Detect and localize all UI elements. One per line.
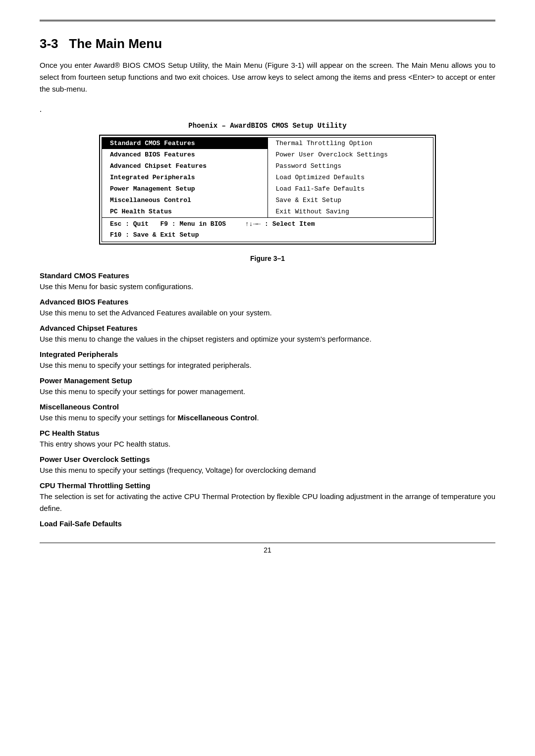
dot-spacer: . — [40, 105, 495, 114]
desc-text-standard-cmos: Use this Menu for basic system configura… — [40, 281, 495, 293]
section-number: 3-3 — [40, 36, 58, 51]
bios-table-section: Phoenix – AwardBIOS CMOS Setup Utility S… — [40, 122, 495, 245]
bios-footer-row-2: F10 : Save & Exit Setup — [102, 230, 433, 242]
bios-menu-row-3: Advanced Chipset Features Password Setti… — [102, 160, 433, 172]
bios-cell-right-1: Thermal Throttling Option — [268, 138, 433, 149]
bottom-border — [40, 543, 495, 543]
bios-cell-left-6: Miscellaneous Control — [102, 195, 268, 206]
desc-advanced-bios: Advanced BIOS Features Use this menu to … — [40, 298, 495, 319]
bios-cell-right-2: Power User Overclock Settings — [268, 149, 433, 160]
desc-misc-control: Miscellaneous Control Use this menu to s… — [40, 403, 495, 424]
desc-heading-misc-control: Miscellaneous Control — [40, 403, 495, 411]
desc-load-fail-safe: Load Fail-Safe Defaults — [40, 519, 495, 528]
bios-table: Standard CMOS Features Thermal Throttlin… — [99, 135, 436, 245]
bios-menu-row-2: Advanced BIOS Features Power User Overcl… — [102, 149, 433, 160]
bios-menu-rows: Standard CMOS Features Thermal Throttlin… — [102, 138, 433, 217]
bios-footer-row-1: Esc : Quit F9 : Menu in BIOS ↑↓→← : Sele… — [102, 217, 433, 230]
bios-cell-left-4: Integrated Peripherals — [102, 172, 268, 183]
desc-power-user-overclock: Power User Overclock Settings Use this m… — [40, 455, 495, 476]
desc-pc-health: PC Health Status This entry shows your P… — [40, 429, 495, 450]
bios-cell-left-3: Advanced Chipset Features — [102, 160, 268, 172]
bios-menu-row-6: Miscellaneous Control Save & Exit Setup — [102, 195, 433, 206]
desc-text-pc-health: This entry shows your PC health status. — [40, 438, 495, 450]
desc-heading-load-fail-safe: Load Fail-Safe Defaults — [40, 519, 495, 528]
desc-cpu-thermal: CPU Thermal Throttling Setting The selec… — [40, 481, 495, 514]
bios-cell-right-6: Save & Exit Setup — [268, 195, 433, 206]
page-container: 3-3 The Main Menu Once you enter Award® … — [0, 0, 535, 756]
desc-heading-standard-cmos: Standard CMOS Features — [40, 271, 495, 280]
desc-text-power-management: Use this menu to specify your settings f… — [40, 386, 495, 398]
bios-menu-row-5: Power Management Setup Load Fail-Safe De… — [102, 183, 433, 195]
desc-heading-advanced-chipset: Advanced Chipset Features — [40, 324, 495, 332]
bios-table-inner: Standard CMOS Features Thermal Throttlin… — [102, 137, 433, 242]
bios-menu-row-7: PC Health Status Exit Without Saving — [102, 206, 433, 217]
bios-cell-right-4: Load Optimized Defaults — [268, 172, 433, 183]
desc-integrated-peripherals: Integrated Peripherals Use this menu to … — [40, 350, 495, 371]
desc-heading-pc-health: PC Health Status — [40, 429, 495, 437]
desc-heading-integrated-peripherals: Integrated Peripherals — [40, 350, 495, 358]
desc-power-management: Power Management Setup Use this menu to … — [40, 376, 495, 398]
desc-text-advanced-chipset: Use this menu to change the values in th… — [40, 333, 495, 345]
bios-cell-right-7: Exit Without Saving — [268, 206, 433, 217]
section-title: 3-3 The Main Menu — [40, 36, 495, 51]
bios-cell-left-1: Standard CMOS Features — [102, 138, 268, 149]
section-heading: The Main Menu — [69, 36, 162, 51]
desc-standard-cmos: Standard CMOS Features Use this Menu for… — [40, 271, 495, 293]
page-number: 21 — [40, 546, 495, 554]
desc-heading-advanced-bios: Advanced BIOS Features — [40, 298, 495, 306]
intro-paragraph: Once you enter Award® BIOS CMOS Setup Ut… — [40, 59, 495, 95]
figure-caption: Figure 3–1 — [40, 254, 495, 262]
desc-advanced-chipset: Advanced Chipset Features Use this menu … — [40, 324, 495, 345]
desc-text-advanced-bios: Use this menu to set the Advanced Featur… — [40, 307, 495, 319]
bios-cell-left-7: PC Health Status — [102, 206, 268, 217]
bios-menu-row-4: Integrated Peripherals Load Optimized De… — [102, 172, 433, 183]
footer-esc-text: Esc : Quit F9 : Menu in BIOS ↑↓→← : Sele… — [110, 220, 315, 228]
footer-f10-text: F10 : Save & Exit Setup — [110, 231, 199, 239]
bios-cell-right-5: Load Fail-Safe Defaults — [268, 183, 433, 195]
bios-cell-left-5: Power Management Setup — [102, 183, 268, 195]
bios-cell-left-2: Advanced BIOS Features — [102, 149, 268, 160]
bios-cell-right-3: Password Settings — [268, 160, 433, 172]
desc-text-misc-control: Use this menu to specify your settings f… — [40, 412, 495, 424]
desc-heading-power-management: Power Management Setup — [40, 376, 495, 385]
desc-heading-power-user-overclock: Power User Overclock Settings — [40, 455, 495, 463]
bios-menu-row-1: Standard CMOS Features Thermal Throttlin… — [102, 138, 433, 149]
desc-text-power-user-overclock: Use this menu to specify your settings (… — [40, 464, 495, 476]
desc-text-integrated-peripherals: Use this menu to specify your settings f… — [40, 359, 495, 371]
bios-table-title: Phoenix – AwardBIOS CMOS Setup Utility — [40, 122, 495, 130]
desc-heading-cpu-thermal: CPU Thermal Throttling Setting — [40, 481, 495, 490]
desc-text-cpu-thermal: The selection is set for activating the … — [40, 491, 495, 514]
top-border — [40, 20, 495, 21]
